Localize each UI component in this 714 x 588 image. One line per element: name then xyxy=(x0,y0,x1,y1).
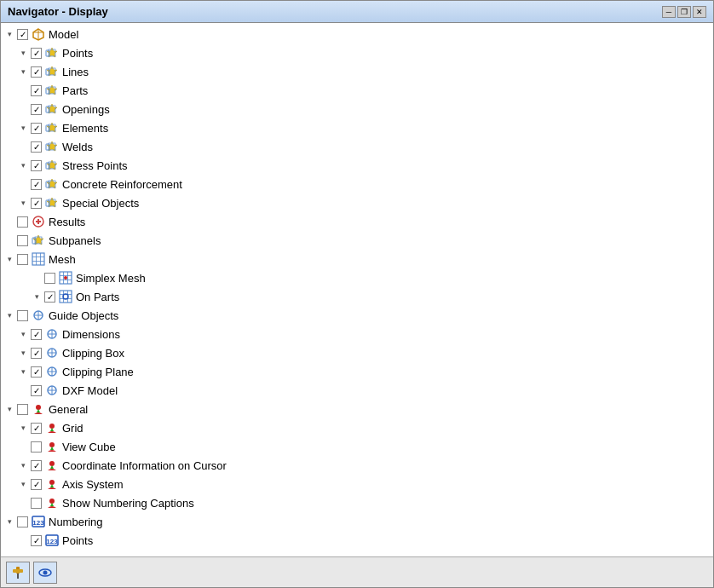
expander-stress-points[interactable] xyxy=(18,160,28,170)
expander-model[interactable] xyxy=(4,29,14,39)
icon-show-numbering xyxy=(44,495,60,510)
close-button[interactable]: ✕ xyxy=(693,6,706,18)
tree-item-view-cube[interactable]: View Cube xyxy=(1,437,713,456)
icon-subpanels xyxy=(31,233,46,248)
expander-coord-info[interactable] xyxy=(18,460,28,470)
checkbox-view-cube[interactable] xyxy=(31,441,42,453)
pin-button[interactable] xyxy=(6,562,30,584)
checkbox-subpanels[interactable] xyxy=(17,235,28,246)
eye-button[interactable] xyxy=(33,562,57,584)
tree-item-points[interactable]: Points xyxy=(1,43,713,62)
tree-item-openings[interactable]: Openings xyxy=(1,100,713,118)
checkbox-coord-info[interactable] xyxy=(31,460,42,471)
tree-item-concrete-reinforcement[interactable]: Concrete Reinforcement xyxy=(1,175,713,193)
tree-item-parts[interactable]: Parts xyxy=(1,81,713,100)
label-mesh: Mesh xyxy=(49,253,76,266)
tree-item-special-objects[interactable]: Special Objects xyxy=(1,193,713,212)
checkbox-grid[interactable] xyxy=(31,423,42,434)
tree-item-general[interactable]: General xyxy=(1,400,713,418)
tree-item-numbering[interactable]: 123Numbering xyxy=(1,512,713,531)
tree-item-guide-objects[interactable]: Guide Objects xyxy=(1,306,713,325)
checkbox-stress-points[interactable] xyxy=(31,160,42,171)
expander-numbering[interactable] xyxy=(4,516,14,527)
tree-item-stress-points[interactable]: Stress Points xyxy=(1,156,713,175)
tree-item-model[interactable]: Model xyxy=(1,25,713,43)
svg-rect-36 xyxy=(32,253,44,265)
checkbox-show-numbering[interactable] xyxy=(31,498,42,509)
tree-item-coord-info[interactable]: Coordinate Information on Cursor xyxy=(1,456,713,475)
tree-item-dimensions[interactable]: Dimensions xyxy=(1,325,713,343)
minimize-button[interactable]: ─ xyxy=(662,6,676,18)
tree-item-axis-system[interactable]: Axis System xyxy=(1,475,713,493)
expander-axis-system[interactable] xyxy=(18,479,28,489)
expander-special-objects[interactable] xyxy=(18,198,28,208)
icon-simplex-mesh xyxy=(58,270,73,285)
window-title: Navigator - Display xyxy=(8,5,108,18)
icon-num-points: 123 xyxy=(44,533,60,548)
checkbox-simplex-mesh[interactable] xyxy=(44,273,55,284)
checkbox-numbering[interactable] xyxy=(17,516,28,527)
icon-dimensions xyxy=(44,326,60,342)
expander-grid[interactable] xyxy=(18,423,28,433)
tree-item-on-parts[interactable]: On Parts xyxy=(1,287,713,306)
tree-item-mesh[interactable]: Mesh xyxy=(1,250,713,268)
expander-guide-objects[interactable] xyxy=(4,310,14,320)
tree-item-clipping-plane[interactable]: Clipping Plane xyxy=(1,362,713,381)
tree-item-show-numbering[interactable]: Show Numbering Captions xyxy=(1,493,713,512)
icon-dxf-model xyxy=(44,383,60,398)
tree-item-lines[interactable]: Lines xyxy=(1,62,713,81)
checkbox-special-objects[interactable] xyxy=(31,198,42,209)
label-axis-system: Axis System xyxy=(62,478,124,491)
tree-item-simplex-mesh[interactable]: Simplex Mesh xyxy=(1,268,713,287)
checkbox-num-points[interactable] xyxy=(31,535,42,546)
expander-dimensions[interactable] xyxy=(18,329,28,339)
checkbox-general[interactable] xyxy=(17,404,28,415)
checkbox-dxf-model[interactable] xyxy=(31,385,42,396)
expander-clipping-plane[interactable] xyxy=(18,366,28,377)
expander-general[interactable] xyxy=(4,404,14,414)
icon-openings xyxy=(44,101,60,117)
icon-elements xyxy=(44,120,60,135)
checkbox-clipping-box[interactable] xyxy=(31,348,42,359)
icon-lines xyxy=(44,64,60,79)
checkbox-elements[interactable] xyxy=(31,123,42,134)
tree-item-dxf-model[interactable]: DXF Model xyxy=(1,381,713,400)
checkbox-lines[interactable] xyxy=(31,66,42,78)
checkbox-openings[interactable] xyxy=(31,104,42,115)
checkbox-mesh[interactable] xyxy=(17,254,28,265)
tree-item-grid[interactable]: Grid xyxy=(1,418,713,437)
checkbox-concrete-reinforcement[interactable] xyxy=(31,179,42,190)
expander-mesh[interactable] xyxy=(4,254,14,264)
label-stress-points: Stress Points xyxy=(62,159,128,172)
tree-item-num-points[interactable]: 123Points xyxy=(1,531,713,550)
tree-item-clipping-box[interactable]: Clipping Box xyxy=(1,343,713,362)
checkbox-parts[interactable] xyxy=(31,85,42,96)
checkbox-on-parts[interactable] xyxy=(44,291,55,303)
expander-clipping-box[interactable] xyxy=(18,348,28,358)
checkbox-points[interactable] xyxy=(31,48,42,59)
checkbox-dimensions[interactable] xyxy=(31,329,42,340)
expander-on-parts[interactable] xyxy=(32,291,42,302)
icon-model xyxy=(31,26,46,42)
label-lines: Lines xyxy=(62,66,89,78)
checkbox-clipping-plane[interactable] xyxy=(31,366,42,378)
icon-clipping-plane xyxy=(44,364,60,379)
checkbox-model[interactable] xyxy=(17,29,28,40)
checkbox-welds[interactable] xyxy=(31,141,42,153)
icon-coord-info xyxy=(44,458,60,473)
expander-elements[interactable] xyxy=(18,123,28,133)
icon-guide-objects xyxy=(31,308,46,323)
tree-item-subpanels[interactable]: Subpanels xyxy=(1,231,713,250)
expander-points[interactable] xyxy=(18,48,28,58)
tree-item-welds[interactable]: Welds xyxy=(1,137,713,156)
restore-button[interactable]: ❐ xyxy=(677,6,691,18)
icon-view-cube xyxy=(44,439,60,454)
checkbox-guide-objects[interactable] xyxy=(17,310,28,321)
tree-item-results[interactable]: Results xyxy=(1,212,713,231)
expander-lines[interactable] xyxy=(18,66,28,77)
icon-numbering: 123 xyxy=(31,514,46,529)
svg-text:123: 123 xyxy=(46,538,58,545)
checkbox-results[interactable] xyxy=(17,216,28,228)
tree-item-elements[interactable]: Elements xyxy=(1,118,713,137)
checkbox-axis-system[interactable] xyxy=(31,479,42,490)
